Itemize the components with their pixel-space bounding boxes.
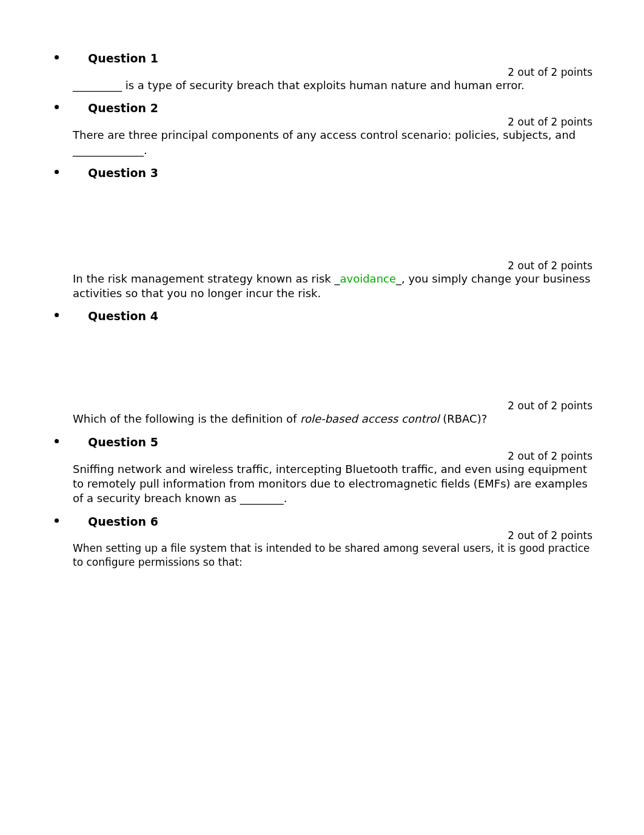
points-text: 2 out of 2 points: [73, 66, 599, 78]
question-text: When setting up a file system that is in…: [73, 542, 589, 568]
question-4: Question 4 2 out of 2 points Which of th…: [49, 309, 599, 426]
question-5: Question 5 2 out of 2 points Sniffing ne…: [49, 435, 599, 506]
question-body: When setting up a file system that is in…: [73, 542, 599, 569]
italic-term: role-based access control: [300, 412, 439, 425]
answer-text: avoidance: [340, 272, 396, 285]
points-text: 2 out of 2 points: [73, 529, 599, 542]
question-text: _________ is a type of security breach t…: [73, 79, 525, 92]
bullet-icon: [55, 170, 59, 174]
question-heading: Question 4: [73, 309, 599, 323]
question-body: Which of the following is the definition…: [73, 412, 599, 426]
question-2: Question 2 2 out of 2 points There are t…: [49, 101, 599, 158]
question-body: _________ is a type of security breach t…: [73, 78, 599, 93]
questions-list: Question 1 2 out of 2 points _________ i…: [49, 52, 599, 569]
bullet-icon: [55, 105, 59, 109]
question-body: In the risk management strategy known as…: [73, 272, 599, 301]
question-text-pre: Which of the following is the definition…: [73, 412, 300, 425]
question-body: Sniffing network and wireless traffic, i…: [73, 462, 599, 506]
question-text-post: (RBAC)?: [440, 412, 488, 425]
points-text: 2 out of 2 points: [73, 450, 599, 462]
bullet-icon: [55, 313, 59, 317]
question-1: Question 1 2 out of 2 points _________ i…: [49, 52, 599, 93]
question-heading: Question 2: [73, 101, 599, 115]
question-heading: Question 5: [73, 435, 599, 449]
bullet-icon: [55, 518, 59, 523]
question-text-pre: In the risk management strategy known as…: [73, 272, 340, 285]
question-text: Sniffing network and wireless traffic, i…: [73, 463, 588, 505]
question-heading: Question 6: [73, 515, 599, 528]
question-6: Question 6 2 out of 2 points When settin…: [49, 515, 599, 569]
points-text: 2 out of 2 points: [73, 116, 599, 128]
question-body: There are three principal components of …: [73, 128, 599, 158]
question-heading: Question 1: [73, 52, 599, 65]
points-text: 2 out of 2 points: [73, 260, 599, 272]
spacer: [73, 181, 599, 260]
spacer: [73, 324, 599, 400]
question-text: There are three principal components of …: [73, 129, 575, 156]
question-heading: Question 3: [73, 166, 599, 179]
points-text: 2 out of 2 points: [73, 400, 599, 412]
question-3: Question 3 2 out of 2 points In the risk…: [49, 166, 599, 301]
bullet-icon: [55, 439, 59, 443]
bullet-icon: [55, 55, 59, 59]
